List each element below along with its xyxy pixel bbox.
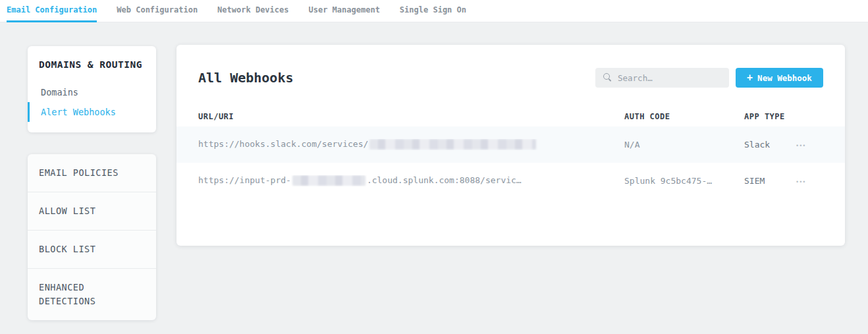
all-webhooks-panel: All Webhooks + New Webhook URL/URI AUTH … <box>176 45 845 246</box>
panel-header: All Webhooks + New Webhook <box>198 68 823 88</box>
table-header-row: URL/URI AUTH CODE APP TYPE <box>176 112 845 126</box>
sidebar-item-block-list[interactable]: BLOCK LIST <box>28 230 156 268</box>
webhook-url-prefix: https://hooks.slack.com/services/ <box>198 139 368 149</box>
tab-user-management[interactable]: User Management <box>308 0 379 22</box>
tab-network-devices[interactable]: Network Devices <box>217 0 288 22</box>
sidebar-item-alert-webhooks[interactable]: Alert Webhooks <box>28 102 156 122</box>
top-navigation: Email Configuration Web Configuration Ne… <box>0 0 868 22</box>
page-title: All Webhooks <box>198 70 294 86</box>
domains-routing-card: DOMAINS & ROUTING Domains Alert Webhooks <box>28 46 156 132</box>
row-actions: ••• <box>795 174 823 188</box>
tab-web-configuration[interactable]: Web Configuration <box>117 0 198 22</box>
webhook-url-cell: https://input-prd-.cloud.splunk.com:8088… <box>198 175 624 186</box>
sidebar-item-allow-list[interactable]: ALLOW LIST <box>28 192 156 230</box>
sidebar-item-enhanced-detections[interactable]: ENHANCED DETECTIONS <box>28 268 156 320</box>
row-actions: ••• <box>795 138 823 152</box>
new-webhook-button[interactable]: + New Webhook <box>736 68 823 88</box>
new-webhook-label: New Webhook <box>757 73 812 83</box>
column-header-app-type: APP TYPE <box>744 112 795 121</box>
webhook-url-cell: https://hooks.slack.com/services/ <box>198 139 624 150</box>
tab-email-configuration[interactable]: Email Configuration <box>7 0 97 22</box>
more-options-icon[interactable]: ••• <box>795 140 807 152</box>
column-header-auth-code: AUTH CODE <box>624 112 744 121</box>
redacted-url-segment <box>292 175 366 186</box>
table-row: https://hooks.slack.com/services/ N/A Sl… <box>176 126 845 163</box>
tab-single-sign-on[interactable]: Single Sign On <box>400 0 466 22</box>
webhook-url-suffix: .cloud.splunk.com:8088/servic… <box>367 175 522 185</box>
sidebar-item-domains[interactable]: Domains <box>28 82 156 102</box>
auth-code-cell: Splunk 9c5bc475-… <box>624 176 744 186</box>
domains-routing-heading: DOMAINS & ROUTING <box>28 59 156 70</box>
search-icon <box>603 73 610 80</box>
redacted-url-segment <box>369 139 536 150</box>
webhook-url-prefix: https://input-prd- <box>198 175 291 185</box>
auth-code-cell: N/A <box>624 140 744 150</box>
more-options-icon[interactable]: ••• <box>795 177 807 188</box>
column-header-url: URL/URI <box>198 112 624 121</box>
table-row: https://input-prd-.cloud.splunk.com:8088… <box>176 163 845 199</box>
app-type-cell: Slack <box>744 140 795 150</box>
plus-icon: + <box>747 73 753 83</box>
search-input[interactable] <box>595 68 729 88</box>
email-sections-card: EMAIL POLICIES ALLOW LIST BLOCK LIST ENH… <box>28 154 156 320</box>
sidebar-item-email-policies[interactable]: EMAIL POLICIES <box>28 154 156 192</box>
app-type-cell: SIEM <box>744 176 795 186</box>
sidebar: DOMAINS & ROUTING Domains Alert Webhooks… <box>28 46 156 320</box>
search-box <box>595 68 729 88</box>
header-controls: + New Webhook <box>595 68 823 88</box>
